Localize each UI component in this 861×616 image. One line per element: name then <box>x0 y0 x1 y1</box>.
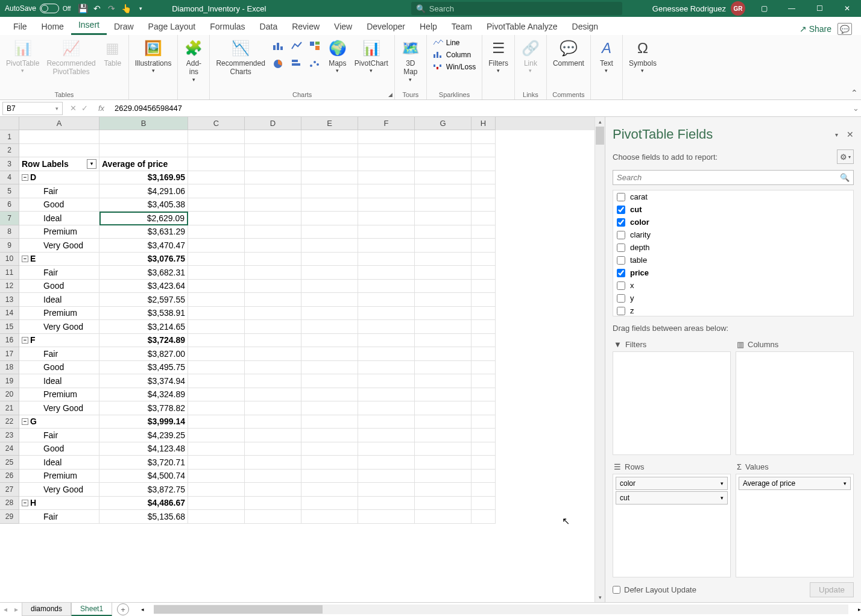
cell-D14[interactable] <box>245 307 301 321</box>
cell-B12[interactable]: $3,423.64 <box>99 280 188 294</box>
cell-A1[interactable] <box>19 130 99 144</box>
cell-A4[interactable]: −D <box>19 171 99 185</box>
hscroll-thumb[interactable] <box>154 605 323 614</box>
tab-pivottable-analyze[interactable]: PivotTable Analyze <box>479 18 565 35</box>
update-button[interactable]: Update <box>810 582 854 597</box>
cell-G3[interactable] <box>415 157 472 171</box>
cell-A25[interactable]: Ideal <box>19 456 99 470</box>
cell-F14[interactable] <box>358 307 415 321</box>
cell-A17[interactable]: Fair <box>19 347 99 361</box>
cell-H10[interactable] <box>472 253 496 266</box>
cell-C28[interactable] <box>188 497 245 511</box>
tab-insert[interactable]: Insert <box>71 16 107 35</box>
cell-B24[interactable]: $4,123.48 <box>99 442 188 456</box>
row-header-16[interactable]: 16 <box>0 334 19 348</box>
pane-close-icon[interactable]: ✕ <box>847 130 854 139</box>
cell-B11[interactable]: $3,682.31 <box>99 266 188 280</box>
cell-D18[interactable] <box>245 361 301 375</box>
field-checkbox-z[interactable] <box>617 307 625 315</box>
cell-D21[interactable] <box>245 401 301 415</box>
col-header-A[interactable]: A <box>19 117 99 130</box>
cell-C12[interactable] <box>188 280 245 294</box>
cell-C6[interactable] <box>188 198 245 212</box>
cell-H4[interactable] <box>472 171 496 185</box>
cell-E7[interactable] <box>301 212 358 225</box>
field-y[interactable]: y <box>613 292 853 304</box>
cell-B2[interactable] <box>99 144 188 158</box>
cell-A22[interactable]: −G <box>19 415 99 429</box>
col-header-H[interactable]: H <box>472 117 496 130</box>
cell-C15[interactable] <box>188 320 245 334</box>
cell-D13[interactable] <box>245 293 301 307</box>
cell-A6[interactable]: Good <box>19 198 99 212</box>
cell-B21[interactable]: $3,778.82 <box>99 401 188 415</box>
row-header-18[interactable]: 18 <box>0 361 19 375</box>
field-checkbox-cut[interactable] <box>617 206 625 214</box>
cell-B20[interactable]: $4,324.89 <box>99 388 188 402</box>
share-button[interactable]: ↗ Share <box>800 24 831 34</box>
cell-G27[interactable] <box>415 483 472 497</box>
cell-E23[interactable] <box>301 429 358 442</box>
cell-G16[interactable] <box>415 334 472 348</box>
cell-H19[interactable] <box>472 374 496 388</box>
cell-G9[interactable] <box>415 239 472 253</box>
row-header-27[interactable]: 27 <box>0 483 19 497</box>
col-header-D[interactable]: D <box>245 117 301 130</box>
field-clarity[interactable]: clarity <box>613 228 853 241</box>
cell-D10[interactable] <box>245 253 301 266</box>
cell-H12[interactable] <box>472 280 496 294</box>
undo-icon[interactable]: ↶ <box>90 1 104 16</box>
tab-data[interactable]: Data <box>253 18 285 35</box>
field-carat[interactable]: carat <box>613 190 853 203</box>
cell-A7[interactable]: Ideal <box>19 212 99 225</box>
row-header-9[interactable]: 9 <box>0 239 19 253</box>
rows-field-cut[interactable]: cut▾ <box>616 491 728 504</box>
select-all-corner[interactable] <box>0 117 19 130</box>
cell-G20[interactable] <box>415 388 472 402</box>
cell-C24[interactable] <box>188 442 245 456</box>
cell-H27[interactable] <box>472 483 496 497</box>
cell-B10[interactable]: $3,076.75 <box>99 253 188 266</box>
qat-dropdown-icon[interactable]: ▾ <box>133 1 148 16</box>
field-checkbox-table[interactable] <box>617 256 625 265</box>
col-header-F[interactable]: F <box>358 117 415 130</box>
pane-search[interactable]: 🔍 <box>613 170 854 185</box>
cell-C21[interactable] <box>188 401 245 415</box>
text-button[interactable]: AText▾ <box>593 36 620 77</box>
cell-A20[interactable]: Premium <box>19 388 99 402</box>
cell-E15[interactable] <box>301 320 358 334</box>
recommended-charts-button[interactable]: 📉Recommended Charts <box>212 36 268 79</box>
cell-H8[interactable] <box>472 225 496 239</box>
pivottable-button[interactable]: 📊PivotTable▾ <box>2 36 43 77</box>
cell-A26[interactable]: Premium <box>19 470 99 483</box>
formula-input[interactable]: 2629.09456598447 <box>110 104 853 113</box>
tab-home[interactable]: Home <box>34 18 71 35</box>
cell-E6[interactable] <box>301 198 358 212</box>
cell-G25[interactable] <box>415 456 472 470</box>
filters-button[interactable]: ☰Filters▾ <box>485 36 512 77</box>
cell-G5[interactable] <box>415 184 472 198</box>
cell-H29[interactable] <box>472 510 496 524</box>
cell-A2[interactable] <box>19 144 99 158</box>
cell-A15[interactable]: Very Good <box>19 320 99 334</box>
cell-F19[interactable] <box>358 374 415 388</box>
hierarchy-chart-icon[interactable] <box>306 37 323 54</box>
cell-D19[interactable] <box>245 374 301 388</box>
cell-D25[interactable] <box>245 456 301 470</box>
field-checkbox-depth[interactable] <box>617 244 625 252</box>
collapse-icon[interactable]: − <box>22 256 28 262</box>
rows-field-color[interactable]: color▾ <box>616 477 728 490</box>
tab-file[interactable]: File <box>6 18 34 35</box>
row-header-2[interactable]: 2 <box>0 144 19 158</box>
save-icon[interactable]: 💾 <box>75 1 90 16</box>
3dmap-button[interactable]: 🗺️3D Map▾ <box>397 36 424 86</box>
cell-H14[interactable] <box>472 307 496 321</box>
hscroll-left-icon[interactable]: ◂ <box>141 606 144 612</box>
cell-D9[interactable] <box>245 239 301 253</box>
field-depth[interactable]: depth <box>613 241 853 254</box>
cell-D23[interactable] <box>245 429 301 442</box>
cell-A5[interactable]: Fair <box>19 184 99 198</box>
cell-A23[interactable]: Fair <box>19 429 99 442</box>
cell-A27[interactable]: Very Good <box>19 483 99 497</box>
row-header-1[interactable]: 1 <box>0 130 19 144</box>
